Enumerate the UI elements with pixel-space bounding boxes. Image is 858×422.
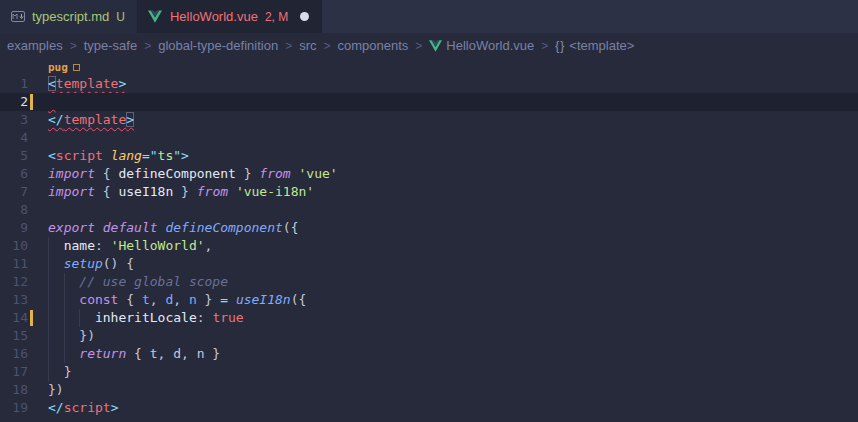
code-token: > <box>111 400 119 415</box>
breadcrumb-label: HelloWorld.vue <box>446 38 534 53</box>
indent-guide <box>48 237 49 255</box>
code-line[interactable]: 16 return { t, d, n } <box>0 345 858 363</box>
inlay-edit-icon[interactable] <box>73 64 80 71</box>
code-line[interactable]: 1<template> <box>0 75 858 93</box>
code-token: > <box>118 76 126 91</box>
line-number[interactable]: 4 <box>0 129 28 147</box>
code-token: > <box>126 112 134 127</box>
tab-helloworld-vue[interactable]: HelloWorld.vue 2, M <box>138 0 322 33</box>
line-number[interactable]: 3 <box>0 111 28 129</box>
line-number[interactable]: 15 <box>0 327 28 345</box>
tab-git-badge: U <box>116 10 125 24</box>
code-token: true <box>212 310 243 325</box>
breadcrumb-item[interactable]: type-safe <box>84 38 137 53</box>
code-line[interactable]: 3</template> <box>0 111 858 129</box>
line-number[interactable]: 1 <box>0 75 28 93</box>
breadcrumb-item[interactable]: global-type-definition <box>158 38 278 53</box>
code-line[interactable]: 4 <box>0 129 858 147</box>
line-number[interactable]: 13 <box>0 291 28 309</box>
code-line[interactable]: 15 }) <box>0 327 858 345</box>
breadcrumb-separator-icon: > <box>70 39 77 53</box>
code-token: } <box>173 184 196 199</box>
code-editor[interactable]: pug 1<template>2 3</template>45<script l… <box>0 58 858 422</box>
code-token <box>228 184 236 199</box>
symbol-braces-icon: {} <box>555 39 565 53</box>
indent-guide <box>64 291 65 309</box>
line-number[interactable]: 11 <box>0 255 28 273</box>
code-line[interactable]: 10 name: 'HelloWorld', <box>0 237 858 255</box>
tab-typescript-md[interactable]: typescript.md U <box>0 0 138 33</box>
code-token: useI18n <box>118 184 173 199</box>
code-line-content: export default defineComponent({ <box>48 219 858 237</box>
template-lang-inlay[interactable]: pug <box>48 59 80 76</box>
code-line[interactable]: 18}) <box>0 381 858 399</box>
line-number[interactable]: 9 <box>0 219 28 237</box>
code-token: , <box>173 292 189 307</box>
code-token: ({ <box>283 220 299 235</box>
code-token: template <box>64 112 127 127</box>
code-token: setup <box>64 256 103 271</box>
code-line[interactable]: 12 // use global scope <box>0 273 858 291</box>
breadcrumb: examples>type-safe>global-type-definitio… <box>0 33 858 58</box>
code-line[interactable]: 11 setup() { <box>0 255 858 273</box>
code-line[interactable]: 19</script> <box>0 399 858 417</box>
unsaved-changes-dot[interactable] <box>300 12 309 21</box>
code-line[interactable]: 2 <box>0 93 858 111</box>
breadcrumb-label: src <box>299 38 316 53</box>
code-line[interactable]: 8 <box>0 201 858 219</box>
code-line-content: <template> <box>48 75 858 93</box>
code-token: { <box>118 292 141 307</box>
breadcrumb-item[interactable]: examples <box>7 38 63 53</box>
code-line[interactable]: 13 const { t, d, n } = useI18n({ <box>0 291 858 309</box>
line-number[interactable]: 2 <box>0 93 28 111</box>
code-token <box>48 256 64 271</box>
code-line[interactable]: 5<script lang="ts"> <box>0 147 858 165</box>
code-line-content: }) <box>48 381 858 399</box>
code-token <box>48 238 64 253</box>
code-line[interactable]: 9export default defineComponent({ <box>0 219 858 237</box>
code-token: = <box>220 292 228 307</box>
code-token: , <box>150 292 166 307</box>
breadcrumb-separator-icon: > <box>541 39 548 53</box>
code-line[interactable]: 7import { useI18n } from 'vue-i18n' <box>0 183 858 201</box>
code-line-content: import { useI18n } from 'vue-i18n' <box>48 183 858 201</box>
code-token: // use global scope <box>79 274 228 289</box>
indent-guide <box>64 309 65 327</box>
git-modified-marker[interactable] <box>30 94 33 110</box>
breadcrumb-separator-icon: > <box>415 39 422 53</box>
code-line-content: const { t, d, n } = useI18n({ <box>48 291 858 309</box>
code-token: }) <box>48 328 95 343</box>
line-number[interactable]: 10 <box>0 237 28 255</box>
breadcrumb-item[interactable]: src <box>299 38 316 53</box>
editor-tab-bar: typescript.md U HelloWorld.vue 2, M <box>0 0 858 33</box>
code-token: from <box>197 184 228 199</box>
line-number[interactable]: 19 <box>0 399 28 417</box>
line-number[interactable]: 7 <box>0 183 28 201</box>
code-token: { <box>95 184 118 199</box>
git-modified-marker[interactable] <box>30 310 33 326</box>
indent-guide <box>48 309 49 327</box>
line-number[interactable]: 14 <box>0 309 28 327</box>
line-number[interactable]: 16 <box>0 345 28 363</box>
line-number[interactable]: 18 <box>0 381 28 399</box>
breadcrumb-item[interactable]: components <box>338 38 409 53</box>
code-line[interactable]: 14 inheritLocale: true <box>0 309 858 327</box>
code-token: import <box>48 166 95 181</box>
inlay-label: pug <box>48 59 68 76</box>
line-number[interactable]: 8 <box>0 201 28 219</box>
code-line[interactable]: 17 } <box>0 363 858 381</box>
indent-guide <box>64 273 65 291</box>
code-token: < <box>48 76 56 91</box>
breadcrumb-item[interactable]: HelloWorld.vue <box>429 38 534 53</box>
line-number[interactable]: 12 <box>0 273 28 291</box>
code-token: () { <box>103 256 134 271</box>
code-line-content: name: 'HelloWorld', <box>48 237 858 255</box>
code-token: inheritLocale <box>95 310 197 325</box>
line-number[interactable]: 6 <box>0 165 28 183</box>
line-number[interactable]: 5 <box>0 147 28 165</box>
line-number[interactable]: 17 <box>0 363 28 381</box>
code-line[interactable]: 6import { defineComponent } from 'vue' <box>0 165 858 183</box>
code-token: template <box>56 76 119 91</box>
breadcrumb-item[interactable]: {}<template> <box>555 38 634 53</box>
code-token: lang <box>111 148 142 163</box>
